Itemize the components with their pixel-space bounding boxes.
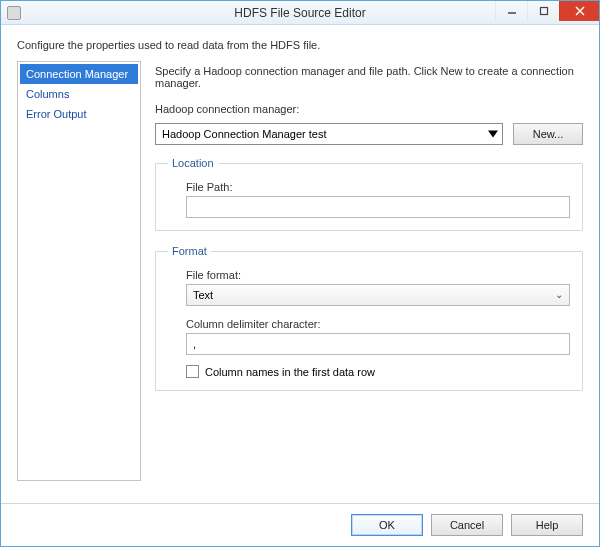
dialog-body: Connection Manager Columns Error Output … [1,61,599,503]
close-icon [575,6,585,16]
maximize-icon [539,6,549,16]
first-row-checkbox[interactable] [186,365,199,378]
ok-button-label: OK [379,519,395,531]
file-format-value: Text [193,289,213,301]
maximize-button[interactable] [527,1,559,21]
first-row-checkbox-row[interactable]: Column names in the first data row [186,365,570,378]
titlebar: HDFS File Source Editor [1,1,599,25]
hcm-label: Hadoop connection manager: [155,103,583,115]
file-path-input[interactable] [186,196,570,218]
help-button[interactable]: Help [511,514,583,536]
dialog-description: Configure the properties used to read da… [1,25,599,61]
cancel-button-label: Cancel [450,519,484,531]
sidebar-item-columns[interactable]: Columns [20,84,138,104]
dialog-footer: OK Cancel Help [1,503,599,546]
ok-button[interactable]: OK [351,514,423,536]
new-button-label: New... [533,128,564,140]
chevron-down-icon: ⌄ [555,289,563,300]
panel-hint: Specify a Hadoop connection manager and … [155,65,583,89]
window-controls [495,1,599,24]
hcm-value: Hadoop Connection Manager test [162,128,327,140]
file-format-select[interactable]: Text ⌄ [186,284,570,306]
format-legend: Format [168,245,211,257]
help-button-label: Help [536,519,559,531]
sidebar-item-connection-manager[interactable]: Connection Manager [20,64,138,84]
dialog-window: HDFS File Source Editor Configure the pr… [0,0,600,547]
first-row-label: Column names in the first data row [205,366,375,378]
hcm-combobox[interactable]: Hadoop Connection Manager test [155,123,503,145]
location-group: Location File Path: [155,157,583,231]
delimiter-input[interactable] [186,333,570,355]
system-icon [7,6,21,20]
file-format-label: File format: [186,269,570,281]
sidebar-item-error-output[interactable]: Error Output [20,104,138,124]
location-legend: Location [168,157,218,169]
sidebar-item-label: Connection Manager [26,68,128,80]
hcm-row: Hadoop Connection Manager test New... [155,123,583,145]
cancel-button[interactable]: Cancel [431,514,503,536]
new-button[interactable]: New... [513,123,583,145]
minimize-icon [507,6,517,16]
format-group: Format File format: Text ⌄ Column delimi… [155,245,583,391]
svg-rect-1 [540,8,547,15]
delimiter-label: Column delimiter character: [186,318,570,330]
sidebar-item-label: Columns [26,88,69,100]
file-path-label: File Path: [186,181,570,193]
close-button[interactable] [559,1,599,21]
dropdown-arrow-icon [488,131,498,138]
sidebar-item-label: Error Output [26,108,87,120]
main-panel: Specify a Hadoop connection manager and … [155,61,583,495]
page-list: Connection Manager Columns Error Output [17,61,141,481]
minimize-button[interactable] [495,1,527,21]
